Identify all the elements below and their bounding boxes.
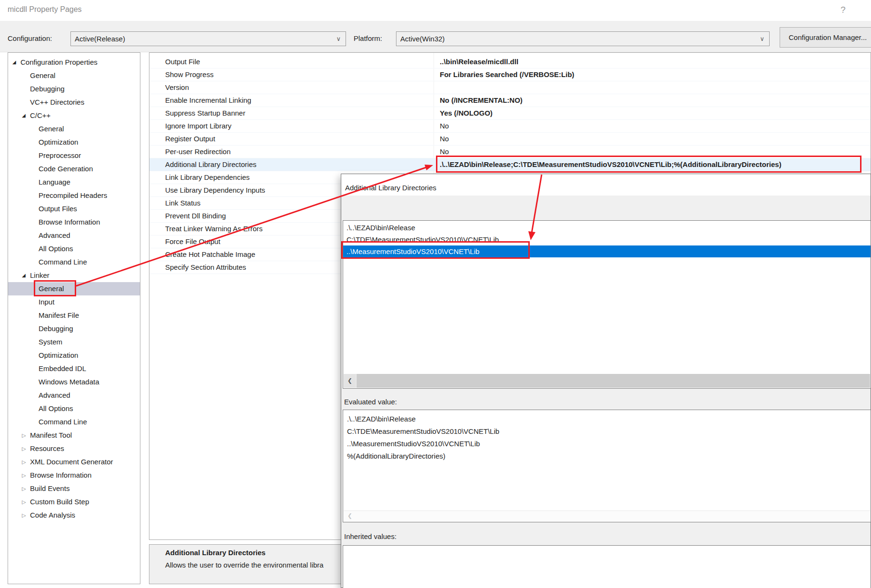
tree-item-xml-document-generator[interactable]: ▷XML Document Generator <box>8 455 140 469</box>
tree-collapsed-icon[interactable]: ▷ <box>22 509 30 522</box>
property-row-register-output[interactable]: Register OutputNo <box>149 133 871 146</box>
tree-item-advanced[interactable]: Advanced <box>8 229 140 242</box>
tree-item-command-line[interactable]: Command Line <box>8 255 140 269</box>
evaluated-line: C:\TDE\MeasurementStudioVS2010\VCNET\Lib <box>343 425 871 438</box>
tree-item-browse-information-2[interactable]: ▷Browse Information <box>8 469 140 482</box>
tree-item-custom-build-step[interactable]: ▷Custom Build Step <box>8 495 140 509</box>
evaluated-value-box[interactable]: .\..\EZAD\bin\Release C:\TDE\Measurement… <box>343 410 871 522</box>
tree-item-precompiled-headers[interactable]: Precompiled Headers <box>8 189 140 202</box>
property-row-output-file[interactable]: Output File..\bin\Release/micdll.dll <box>149 56 871 69</box>
configuration-tree: ◢Configuration Properties General Debugg… <box>8 52 140 584</box>
tree-collapsed-icon[interactable]: ▷ <box>22 495 30 509</box>
tree-collapsed-icon[interactable]: ▷ <box>22 429 30 442</box>
chevron-left-icon: ❮ <box>347 377 352 384</box>
evaluated-line: ..\MeasurementStudioVS2010\VCNET\Lib <box>343 438 871 450</box>
tree-item-c-cpp[interactable]: ◢C/C++ <box>8 109 140 122</box>
tree-item-embedded-idl[interactable]: Embedded IDL <box>8 362 140 375</box>
tree-item-system[interactable]: System <box>8 335 140 349</box>
tree-item-debugging[interactable]: Debugging <box>8 82 140 96</box>
tree-item-cpp-general[interactable]: General <box>8 122 140 136</box>
tree-item-configuration-properties[interactable]: ◢Configuration Properties <box>8 56 140 69</box>
window-title: micdll Property Pages <box>8 5 82 14</box>
tree-item-resources[interactable]: ▷Resources <box>8 442 140 455</box>
evaluated-line: .\..\EZAD\bin\Release <box>343 413 871 425</box>
chevron-down-icon: ∨ <box>336 32 341 46</box>
evaluated-value-label: Evaluated value: <box>344 398 397 406</box>
tree-item-build-events[interactable]: ▷Build Events <box>8 482 140 495</box>
tree-expanded-icon[interactable]: ◢ <box>12 56 20 69</box>
tree-collapsed-icon[interactable]: ▷ <box>22 455 30 469</box>
list-horizontal-scrollbar[interactable]: ❮ <box>344 374 870 388</box>
help-title: Additional Library Directories <box>165 549 266 557</box>
configuration-select[interactable]: Active(Release) ∨ <box>70 31 346 46</box>
tree-collapsed-icon[interactable]: ▷ <box>22 482 30 495</box>
tree-item-language[interactable]: Language <box>8 176 140 189</box>
inherited-values-box[interactable] <box>343 545 871 588</box>
chevron-left-icon: ❮ <box>347 511 352 521</box>
tree-expanded-icon[interactable]: ◢ <box>22 269 30 282</box>
platform-label: Platform: <box>354 34 382 42</box>
tree-item-linker-debugging[interactable]: Debugging <box>8 322 140 335</box>
annotation-box-property-value <box>436 156 861 173</box>
configuration-label: Configuration: <box>8 34 52 42</box>
help-description: Allows the user to override the environm… <box>165 561 324 569</box>
property-pages-window: micdll Property Pages ? Configuration: A… <box>0 0 871 588</box>
property-row-incremental-linking[interactable]: Enable Incremental LinkingNo (/INCREMENT… <box>149 94 871 107</box>
scrollbar-thumb[interactable] <box>356 374 870 388</box>
dialog-title: Additional Library Directories <box>345 184 436 192</box>
tree-item-code-generation[interactable]: Code Generation <box>8 162 140 176</box>
tree-item-code-analysis[interactable]: ▷Code Analysis <box>8 509 140 522</box>
annotation-box-selected-directory <box>341 241 530 259</box>
tree-item-cpp-optimization[interactable]: Optimization <box>8 136 140 149</box>
additional-library-directories-dialog: Additional Library Directories .\..\EZAD… <box>341 174 871 588</box>
list-item[interactable]: .\..\EZAD\bin\Release <box>343 222 871 234</box>
scroll-left-button[interactable]: ❮ <box>344 374 356 388</box>
tree-item-manifest-tool[interactable]: ▷Manifest Tool <box>8 429 140 442</box>
tree-item-vc-directories[interactable]: VC++ Directories <box>8 96 140 109</box>
evaluated-horizontal-scrollbar[interactable]: ❮ <box>344 510 870 521</box>
help-icon[interactable]: ? <box>841 5 846 15</box>
property-row-ignore-import-library[interactable]: Ignore Import LibraryNo <box>149 120 871 133</box>
tree-item-windows-metadata[interactable]: Windows Metadata <box>8 375 140 389</box>
annotation-box-linker-general <box>34 280 76 296</box>
tree-item-browse-information[interactable]: Browse Information <box>8 216 140 229</box>
platform-value: Active(Win32) <box>400 35 445 43</box>
tree-item-linker-optimization[interactable]: Optimization <box>8 349 140 362</box>
property-row-suppress-banner[interactable]: Suppress Startup BannerYes (/NOLOGO) <box>149 107 871 120</box>
dialog-titlebar[interactable]: Additional Library Directories <box>341 174 871 196</box>
chevron-down-icon: ∨ <box>760 32 764 46</box>
tree-item-linker-advanced[interactable]: Advanced <box>8 389 140 402</box>
tree-item-linker-input[interactable]: Input <box>8 295 140 309</box>
configuration-manager-button[interactable]: Configuration Manager... <box>780 27 871 48</box>
tree-collapsed-icon[interactable]: ▷ <box>22 442 30 455</box>
tree-item-linker-all-options[interactable]: All Options <box>8 402 140 415</box>
platform-select[interactable]: Active(Win32) ∨ <box>396 31 770 46</box>
configuration-value: Active(Release) <box>75 35 125 43</box>
tree-item-linker-command-line[interactable]: Command Line <box>8 415 140 429</box>
tree-item-preprocessor[interactable]: Preprocessor <box>8 149 140 162</box>
property-row-version[interactable]: Version <box>149 81 871 94</box>
tree-item-manifest-file[interactable]: Manifest File <box>8 309 140 322</box>
evaluated-line: %(AdditionalLibraryDirectories) <box>343 450 871 462</box>
tree-collapsed-icon[interactable]: ▷ <box>22 469 30 482</box>
inherited-values-label: Inherited values: <box>344 532 396 540</box>
tree-item-all-options[interactable]: All Options <box>8 242 140 255</box>
tree-expanded-icon[interactable]: ◢ <box>22 109 30 122</box>
tree-item-output-files[interactable]: Output Files <box>8 202 140 216</box>
property-row-show-progress[interactable]: Show ProgressFor Libraries Searched (/VE… <box>149 69 871 81</box>
tree-item-general[interactable]: General <box>8 69 140 82</box>
